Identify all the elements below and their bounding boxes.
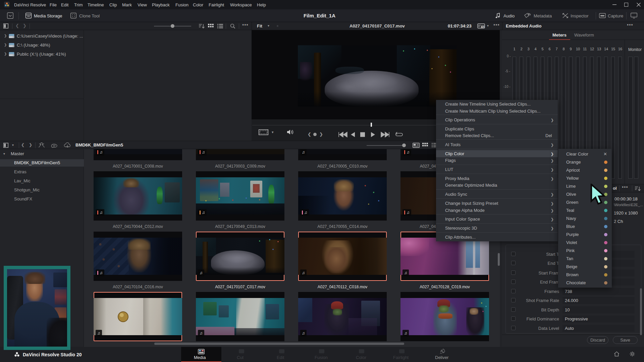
svg-text:HQ: HQ: [481, 26, 484, 28]
